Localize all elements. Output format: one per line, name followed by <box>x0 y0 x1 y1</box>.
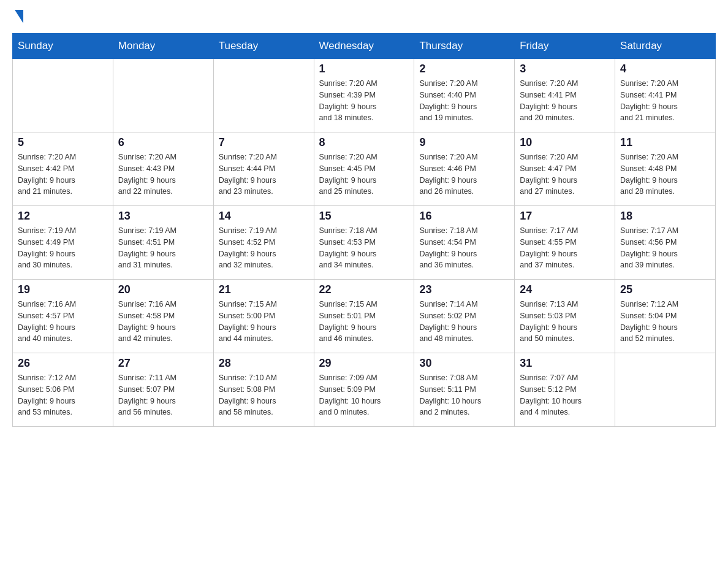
calendar-cell: 21Sunrise: 7:15 AM Sunset: 5:00 PM Dayli… <box>213 280 314 353</box>
day-info: Sunrise: 7:20 AM Sunset: 4:48 PM Dayligh… <box>620 151 710 197</box>
day-number: 3 <box>520 63 610 75</box>
calendar-cell: 23Sunrise: 7:14 AM Sunset: 5:02 PM Dayli… <box>414 280 515 353</box>
day-number: 22 <box>319 283 409 296</box>
day-info: Sunrise: 7:17 AM Sunset: 4:56 PM Dayligh… <box>620 225 710 271</box>
day-number: 15 <box>319 210 409 223</box>
day-info: Sunrise: 7:09 AM Sunset: 5:09 PM Dayligh… <box>319 372 409 418</box>
calendar-cell: 1Sunrise: 7:20 AM Sunset: 4:39 PM Daylig… <box>314 59 414 132</box>
day-info: Sunrise: 7:12 AM Sunset: 5:04 PM Dayligh… <box>620 299 710 345</box>
day-number: 19 <box>18 283 108 296</box>
day-info: Sunrise: 7:07 AM Sunset: 5:12 PM Dayligh… <box>520 372 610 418</box>
calendar-header: SundayMondayTuesdayWednesdayThursdayFrid… <box>13 34 716 59</box>
day-info: Sunrise: 7:15 AM Sunset: 5:00 PM Dayligh… <box>219 299 309 345</box>
day-info: Sunrise: 7:19 AM Sunset: 4:52 PM Dayligh… <box>219 225 309 271</box>
day-info: Sunrise: 7:20 AM Sunset: 4:47 PM Dayligh… <box>520 151 610 197</box>
calendar-cell: 19Sunrise: 7:16 AM Sunset: 4:57 PM Dayli… <box>13 280 113 353</box>
calendar-cell: 10Sunrise: 7:20 AM Sunset: 4:47 PM Dayli… <box>515 132 615 206</box>
calendar-cell: 22Sunrise: 7:15 AM Sunset: 5:01 PM Dayli… <box>314 280 414 353</box>
day-info: Sunrise: 7:20 AM Sunset: 4:42 PM Dayligh… <box>18 151 108 197</box>
day-number: 13 <box>118 210 208 223</box>
day-of-week-header: Monday <box>113 34 213 59</box>
day-info: Sunrise: 7:18 AM Sunset: 4:54 PM Dayligh… <box>419 225 509 271</box>
calendar-week-row: 5Sunrise: 7:20 AM Sunset: 4:42 PM Daylig… <box>13 132 716 206</box>
day-number: 10 <box>520 136 610 149</box>
calendar-cell <box>213 59 314 132</box>
day-info: Sunrise: 7:19 AM Sunset: 4:51 PM Dayligh… <box>118 225 208 271</box>
day-number: 5 <box>18 136 108 149</box>
day-info: Sunrise: 7:20 AM Sunset: 4:46 PM Dayligh… <box>419 151 509 197</box>
day-number: 23 <box>419 283 509 296</box>
day-number: 4 <box>620 63 710 75</box>
day-info: Sunrise: 7:13 AM Sunset: 5:03 PM Dayligh… <box>520 299 610 345</box>
day-info: Sunrise: 7:20 AM Sunset: 4:43 PM Dayligh… <box>118 151 208 197</box>
day-number: 12 <box>18 210 108 223</box>
calendar-cell: 27Sunrise: 7:11 AM Sunset: 5:07 PM Dayli… <box>113 353 213 427</box>
day-number: 28 <box>219 357 309 370</box>
calendar-week-row: 1Sunrise: 7:20 AM Sunset: 4:39 PM Daylig… <box>13 59 716 132</box>
calendar-table: SundayMondayTuesdayWednesdayThursdayFrid… <box>12 33 716 427</box>
day-number: 20 <box>118 283 208 296</box>
day-of-week-header: Tuesday <box>213 34 314 59</box>
day-info: Sunrise: 7:15 AM Sunset: 5:01 PM Dayligh… <box>319 299 409 345</box>
day-info: Sunrise: 7:12 AM Sunset: 5:06 PM Dayligh… <box>18 372 108 418</box>
calendar-cell: 31Sunrise: 7:07 AM Sunset: 5:12 PM Dayli… <box>515 353 615 427</box>
day-number: 24 <box>520 283 610 296</box>
calendar-week-row: 19Sunrise: 7:16 AM Sunset: 4:57 PM Dayli… <box>13 280 716 353</box>
day-info: Sunrise: 7:20 AM Sunset: 4:40 PM Dayligh… <box>419 78 509 124</box>
day-info: Sunrise: 7:20 AM Sunset: 4:41 PM Dayligh… <box>520 78 610 124</box>
calendar-cell: 25Sunrise: 7:12 AM Sunset: 5:04 PM Dayli… <box>615 280 716 353</box>
calendar-cell: 17Sunrise: 7:17 AM Sunset: 4:55 PM Dayli… <box>515 206 615 280</box>
day-number: 11 <box>620 136 710 149</box>
day-number: 27 <box>118 357 208 370</box>
day-info: Sunrise: 7:11 AM Sunset: 5:07 PM Dayligh… <box>118 372 208 418</box>
calendar-cell: 13Sunrise: 7:19 AM Sunset: 4:51 PM Dayli… <box>113 206 213 280</box>
calendar-week-row: 12Sunrise: 7:19 AM Sunset: 4:49 PM Dayli… <box>13 206 716 280</box>
day-info: Sunrise: 7:20 AM Sunset: 4:39 PM Dayligh… <box>319 78 409 124</box>
day-info: Sunrise: 7:20 AM Sunset: 4:44 PM Dayligh… <box>219 151 309 197</box>
page-header <box>12 12 716 23</box>
logo <box>12 12 23 23</box>
day-number: 7 <box>219 136 309 149</box>
calendar-cell: 18Sunrise: 7:17 AM Sunset: 4:56 PM Dayli… <box>615 206 716 280</box>
day-number: 8 <box>319 136 409 149</box>
calendar-cell <box>113 59 213 132</box>
calendar-cell: 30Sunrise: 7:08 AM Sunset: 5:11 PM Dayli… <box>414 353 515 427</box>
calendar-cell: 11Sunrise: 7:20 AM Sunset: 4:48 PM Dayli… <box>615 132 716 206</box>
calendar-week-row: 26Sunrise: 7:12 AM Sunset: 5:06 PM Dayli… <box>13 353 716 427</box>
calendar-cell: 20Sunrise: 7:16 AM Sunset: 4:58 PM Dayli… <box>113 280 213 353</box>
day-of-week-header: Sunday <box>13 34 113 59</box>
day-info: Sunrise: 7:20 AM Sunset: 4:45 PM Dayligh… <box>319 151 409 197</box>
calendar-cell: 26Sunrise: 7:12 AM Sunset: 5:06 PM Dayli… <box>13 353 113 427</box>
day-number: 14 <box>219 210 309 223</box>
logo-triangle-icon <box>15 10 23 23</box>
calendar-cell: 14Sunrise: 7:19 AM Sunset: 4:52 PM Dayli… <box>213 206 314 280</box>
calendar-cell: 24Sunrise: 7:13 AM Sunset: 5:03 PM Dayli… <box>515 280 615 353</box>
day-info: Sunrise: 7:17 AM Sunset: 4:55 PM Dayligh… <box>520 225 610 271</box>
day-number: 30 <box>419 357 509 370</box>
day-info: Sunrise: 7:16 AM Sunset: 4:57 PM Dayligh… <box>18 299 108 345</box>
day-info: Sunrise: 7:20 AM Sunset: 4:41 PM Dayligh… <box>620 78 710 124</box>
calendar-cell: 5Sunrise: 7:20 AM Sunset: 4:42 PM Daylig… <box>13 132 113 206</box>
day-number: 1 <box>319 63 409 75</box>
day-number: 9 <box>419 136 509 149</box>
day-number: 16 <box>419 210 509 223</box>
day-number: 29 <box>319 357 409 370</box>
day-number: 21 <box>219 283 309 296</box>
day-number: 25 <box>620 283 710 296</box>
day-number: 2 <box>419 63 509 75</box>
calendar-cell: 28Sunrise: 7:10 AM Sunset: 5:08 PM Dayli… <box>213 353 314 427</box>
day-number: 18 <box>620 210 710 223</box>
day-of-week-header: Wednesday <box>314 34 414 59</box>
day-info: Sunrise: 7:14 AM Sunset: 5:02 PM Dayligh… <box>419 299 509 345</box>
day-of-week-header: Saturday <box>615 34 716 59</box>
day-info: Sunrise: 7:16 AM Sunset: 4:58 PM Dayligh… <box>118 299 208 345</box>
day-number: 17 <box>520 210 610 223</box>
calendar-cell: 4Sunrise: 7:20 AM Sunset: 4:41 PM Daylig… <box>615 59 716 132</box>
calendar-cell: 15Sunrise: 7:18 AM Sunset: 4:53 PM Dayli… <box>314 206 414 280</box>
day-number: 26 <box>18 357 108 370</box>
calendar-cell: 2Sunrise: 7:20 AM Sunset: 4:40 PM Daylig… <box>414 59 515 132</box>
day-info: Sunrise: 7:10 AM Sunset: 5:08 PM Dayligh… <box>219 372 309 418</box>
day-number: 31 <box>520 357 610 370</box>
calendar-cell: 7Sunrise: 7:20 AM Sunset: 4:44 PM Daylig… <box>213 132 314 206</box>
day-of-week-header: Friday <box>515 34 615 59</box>
